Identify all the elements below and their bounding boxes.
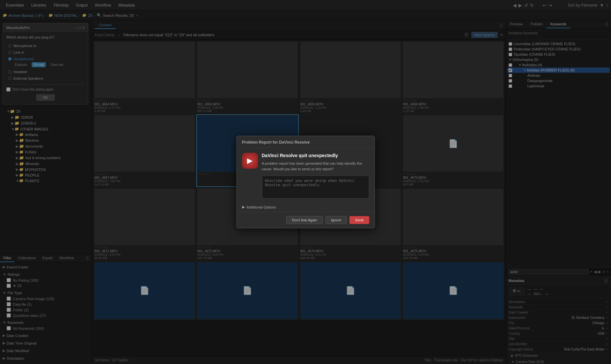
davinci-buttons: Don't Ask Again Ignore Send (237, 212, 375, 228)
davinci-dialog-header: Problem Report for DaVinci Resolve (237, 136, 375, 148)
davinci-options-arrow: ▶ (242, 205, 245, 209)
davinci-logo: ▶ (242, 153, 258, 169)
davinci-textarea[interactable] (262, 176, 369, 199)
davinci-content: DaVinci Resolve quit unexpectedly A prob… (262, 153, 369, 200)
davinci-send-button[interactable]: Send (349, 216, 369, 224)
davinci-dont-ask-button[interactable]: Don't Ask Again (286, 216, 323, 224)
davinci-description: A problem report has been generated that… (262, 161, 369, 172)
davinci-dialog-body: ▶ DaVinci Resolve quit unexpectedly A pr… (237, 148, 375, 205)
davinci-options-toggle[interactable]: ▶ Additional Options (242, 205, 369, 209)
davinci-options-section: ▶ Additional Options (237, 205, 375, 212)
davinci-dialog: Problem Report for DaVinci Resolve ▶ DaV… (236, 136, 375, 228)
davinci-overlay: Problem Report for DaVinci Resolve ▶ DaV… (0, 0, 611, 364)
davinci-ignore-button[interactable]: Ignore (325, 216, 347, 224)
davinci-options-label: Additional Options (247, 205, 276, 209)
davinci-logo-icon: ▶ (247, 156, 253, 165)
davinci-title: DaVinci Resolve quit unexpectedly (262, 153, 369, 158)
